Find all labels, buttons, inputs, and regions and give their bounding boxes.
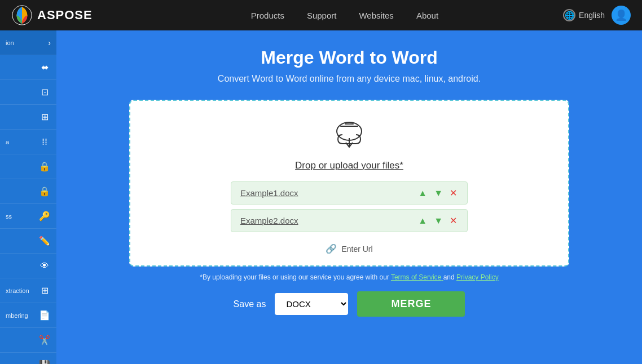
- merge-button[interactable]: MERGE: [357, 291, 465, 317]
- sidebar-item-12[interactable]: ✂️: [0, 328, 56, 353]
- sidebar-item-11[interactable]: mbering 📄: [0, 303, 56, 328]
- logo-text: ASPOSE: [37, 8, 93, 23]
- main-wrapper: ion › ⬌ ⊡ ⊞ a ⁞⁞ 🔒 🔒 ss 🔑 ✏️ 👁: [0, 30, 642, 364]
- sidebar-icon-12: ✂️: [38, 334, 51, 347]
- user-icon: 👤: [615, 9, 627, 21]
- sidebar-icon-9: 👁: [38, 260, 51, 272]
- logo-icon: [11, 5, 33, 26]
- sidebar-label-10: xtraction: [6, 287, 38, 294]
- nav-right: 🌐 English 👤: [563, 6, 631, 25]
- file-name-0: Example1.docx: [240, 188, 417, 198]
- drop-upload-label[interactable]: Drop or upload your files*: [295, 160, 403, 171]
- sidebar-icon-3: ⊞: [38, 111, 51, 123]
- nav-support[interactable]: Support: [307, 11, 337, 20]
- globe-icon: 🌐: [563, 9, 575, 21]
- sidebar-item-1[interactable]: ⬌: [0, 55, 56, 80]
- terms-text: *By uploading your files or using our se…: [200, 273, 498, 281]
- file-down-btn-0[interactable]: ▼: [433, 188, 444, 198]
- sidebar-icon-5: 🔒: [38, 161, 51, 173]
- file-up-btn-0[interactable]: ▲: [417, 188, 428, 198]
- sidebar-item-4[interactable]: a ⁞⁞: [0, 130, 56, 154]
- user-avatar[interactable]: 👤: [612, 6, 631, 25]
- file-remove-btn-1[interactable]: ✕: [448, 215, 458, 226]
- nav-products[interactable]: Products: [251, 11, 284, 20]
- sidebar-icon-4: ⁞⁞: [38, 136, 51, 148]
- sidebar-item-6[interactable]: 🔒: [0, 179, 56, 204]
- save-as-label: Save as: [234, 299, 266, 309]
- svg-rect-3: [345, 123, 354, 125]
- sidebar-icon-2: ⊡: [38, 86, 51, 99]
- nav-about[interactable]: About: [416, 11, 438, 20]
- svg-point-1: [337, 122, 362, 140]
- language-selector[interactable]: 🌐 English: [563, 9, 605, 21]
- sidebar-arrow-0: ›: [48, 38, 51, 47]
- logo[interactable]: ASPOSE: [11, 5, 93, 26]
- enter-url-label: Enter Url: [341, 245, 372, 254]
- language-label: English: [579, 11, 605, 20]
- file-actions-1: ▲ ▼ ✕: [417, 215, 458, 226]
- sidebar-item-10[interactable]: xtraction ⊞: [0, 278, 56, 303]
- file-item-1: Example2.docx ▲ ▼ ✕: [231, 209, 468, 232]
- sidebar-icon-13: 💾: [38, 359, 51, 365]
- sidebar-item-5[interactable]: 🔒: [0, 154, 56, 179]
- sidebar-item-9[interactable]: 👁: [0, 254, 56, 278]
- sidebar-item-8[interactable]: ✏️: [0, 229, 56, 254]
- sidebar-item-13[interactable]: pages 💾: [0, 353, 56, 364]
- file-actions-0: ▲ ▼ ✕: [417, 188, 458, 198]
- file-name-1: Example2.docx: [240, 216, 417, 225]
- upload-box[interactable]: Drop or upload your files* Example1.docx…: [129, 100, 569, 267]
- sidebar-icon-8: ✏️: [38, 235, 51, 247]
- sidebar-label-0: ion: [6, 39, 48, 46]
- sidebar-icon-10: ⊞: [38, 285, 51, 297]
- sidebar-item-7[interactable]: ss 🔑: [0, 204, 56, 229]
- sidebar-item-0[interactable]: ion ›: [0, 30, 56, 55]
- sidebar-label-13: pages: [6, 362, 38, 365]
- page-title: Merge Word to Word: [261, 47, 437, 68]
- sidebar-label-11: mbering: [6, 312, 38, 319]
- bottom-bar: Save as DOCX DOC PDF TXT RTF MERGE: [234, 291, 465, 317]
- link-icon: 🔗: [326, 243, 337, 254]
- sidebar-label-4: a: [6, 139, 38, 145]
- nav-links: Products Support Websites About: [126, 11, 563, 20]
- file-item-0: Example1.docx ▲ ▼ ✕: [231, 181, 468, 205]
- sidebar-icon-7: 🔑: [38, 210, 51, 223]
- sidebar-icon-1: ⬌: [38, 61, 51, 74]
- enter-url[interactable]: 🔗 Enter Url: [326, 243, 372, 254]
- cloud-upload-icon: [332, 118, 366, 154]
- sidebar-icon-11: 📄: [38, 309, 51, 322]
- content-area: Merge Word to Word Convert Word to Word …: [56, 30, 642, 364]
- sidebar-item-2[interactable]: ⊡: [0, 80, 56, 105]
- sidebar: ion › ⬌ ⊡ ⊞ a ⁞⁞ 🔒 🔒 ss 🔑 ✏️ 👁: [0, 30, 56, 364]
- file-down-btn-1[interactable]: ▼: [433, 216, 444, 226]
- page-subtitle: Convert Word to Word online from any dev…: [218, 74, 481, 84]
- terms-of-service-link[interactable]: Terms of Service: [391, 273, 443, 281]
- sidebar-label-7: ss: [6, 213, 38, 220]
- navbar: ASPOSE Products Support Websites About 🌐…: [0, 0, 642, 30]
- svg-rect-4: [340, 126, 358, 127]
- file-remove-btn-0[interactable]: ✕: [448, 188, 458, 198]
- privacy-policy-link[interactable]: Privacy Policy: [456, 273, 499, 281]
- file-up-btn-1[interactable]: ▲: [417, 216, 428, 226]
- nav-websites[interactable]: Websites: [359, 11, 393, 20]
- sidebar-item-3[interactable]: ⊞: [0, 105, 56, 130]
- sidebar-icon-6: 🔒: [38, 185, 51, 198]
- format-select[interactable]: DOCX DOC PDF TXT RTF: [275, 293, 348, 315]
